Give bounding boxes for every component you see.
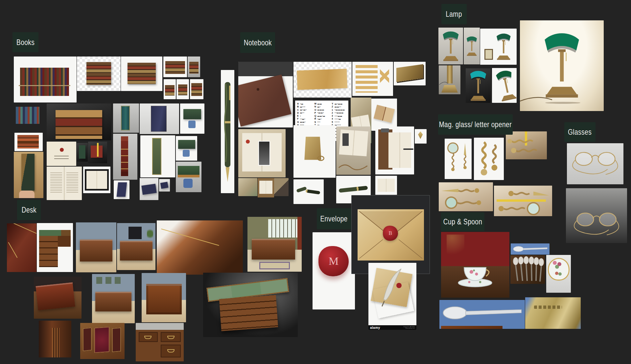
books-photo-green-book-cup[interactable]	[176, 136, 197, 161]
cupspoon-photo-floral-dish[interactable]	[546, 255, 571, 293]
lamp-photo-banker-2[interactable]	[464, 28, 480, 64]
books-photo-red-spine[interactable]	[113, 134, 137, 180]
book-graphic	[21, 154, 35, 191]
dish-graphic	[548, 258, 570, 281]
desk-photo-showroom-blue[interactable]	[92, 274, 135, 323]
book-graphic	[79, 145, 85, 159]
books-photo-navy-lying[interactable]	[140, 178, 158, 200]
notebook-photo-kraft-tape[interactable]	[293, 62, 352, 98]
tape-strips-graphic	[356, 65, 378, 92]
magglass-photo-tape-measure[interactable]	[506, 131, 547, 159]
moodboard-canvas[interactable]: Books	[0, 0, 631, 364]
notebook-photo-open-journal-cord[interactable]	[336, 126, 371, 175]
books-photo-title-page[interactable]	[47, 142, 76, 166]
books-photo-small-stacks[interactable]	[163, 57, 187, 77]
desk-photo-fireplace-room[interactable]	[117, 223, 155, 270]
notebook-photo-pen-disassembled[interactable]	[293, 179, 324, 204]
group-label-desk[interactable]: Desk	[17, 200, 41, 220]
books-photo-green-book-mug[interactable]	[180, 103, 204, 134]
desk-photo-burgundy-leather[interactable]	[7, 223, 36, 272]
books-photo-mini-stack-2[interactable]	[176, 79, 189, 99]
group-label-glasses[interactable]: Glasses	[564, 122, 596, 142]
envelope-photo-quill-letters[interactable]: alamy Image ID: 2ATJ4X6www.alamy.com	[368, 263, 416, 330]
books-photo-open-book-hands[interactable]	[47, 167, 82, 200]
desk-photo-carved-leg[interactable]	[39, 321, 71, 357]
lamp-photo-banker-frame[interactable]	[480, 29, 517, 65]
banker-lamp-graphic	[464, 28, 480, 64]
notebook-photo-journal-scrap-1[interactable]	[238, 178, 257, 196]
notebook-photo-pen-nib[interactable]	[415, 129, 427, 144]
books-photo-small-stack-grey[interactable]	[188, 57, 200, 77]
letter-opener-graphic	[460, 143, 470, 175]
cupspoon-photo-teacup[interactable]	[441, 232, 509, 298]
lamp-photo-green-angled[interactable]	[492, 68, 517, 103]
group-label-notebook[interactable]: Notebook	[240, 32, 275, 53]
glasses-photo-dark[interactable]	[566, 188, 627, 243]
cord-graphic	[338, 156, 369, 173]
magglass-photo-tape-horizontal[interactable]	[494, 186, 552, 216]
books-photo-navy-tiny[interactable]	[159, 179, 170, 192]
desk-photo-drawers-closeup[interactable]	[136, 323, 184, 361]
lamp-photo-teal[interactable]	[466, 68, 491, 103]
notebook-photo-brass-cover[interactable]	[394, 62, 426, 85]
dark-band-graphic	[238, 62, 293, 76]
notebook-photo-clipboard-journal[interactable]	[375, 126, 414, 174]
books-photo-stack-transparent[interactable]	[77, 57, 121, 91]
book-graphic	[152, 138, 161, 175]
notebook-photo-leather-cover[interactable]	[238, 62, 293, 127]
desk-photo-showroom-partner[interactable]	[76, 222, 116, 272]
books-photo-twine-row[interactable]	[14, 57, 77, 102]
books-photo-mini-stack-1[interactable]	[164, 79, 176, 99]
books-photo-green-spine[interactable]	[140, 135, 175, 177]
books-photo-red-tape[interactable]	[88, 142, 107, 163]
books-photo-green-small[interactable]	[77, 143, 88, 162]
notebook-photo-marbled-pen[interactable]	[221, 70, 234, 193]
desk-photo-writing-desk-window[interactable]	[247, 217, 302, 272]
cupspoon-photo-spoon-closeup[interactable]	[439, 300, 525, 329]
group-label-cup-spoon[interactable]: Cup & Spoon	[441, 212, 484, 231]
books-photo-navy-book[interactable]	[140, 103, 179, 134]
group-label-mag-glass[interactable]: Mag. glass/ letter opener	[438, 114, 513, 135]
magglass-photo-twisted-handles[interactable]	[474, 138, 504, 180]
group-label-books[interactable]: Books	[12, 32, 38, 52]
desk-photo-corner-closeup[interactable]	[157, 220, 243, 275]
books-photo-mini-stack-3[interactable]	[190, 79, 203, 99]
desk-photo-red-mahogany[interactable]	[34, 277, 82, 319]
books-photo-teal-spine[interactable]	[113, 103, 139, 133]
books-photo-open-book-case[interactable]	[83, 167, 110, 193]
desk-photo-back-panel[interactable]	[142, 273, 186, 322]
cupspoon-photo-six-spoons[interactable]	[510, 255, 545, 284]
notebook-photo-journal-scrap-3[interactable]	[274, 178, 289, 196]
rug-graphic	[259, 262, 290, 269]
books-photo-green-on-cup[interactable]	[176, 162, 201, 192]
cupspoon-photo-spoon-blue[interactable]	[511, 243, 549, 255]
desk-photo-burgundy-panels[interactable]	[80, 323, 125, 359]
books-photo-big-stack-dark[interactable]	[47, 103, 111, 140]
teacup-graphic	[453, 254, 497, 292]
books-photo-shelf[interactable]	[14, 103, 46, 131]
group-label-envelope[interactable]: Envelope	[317, 208, 351, 229]
desk-photo-green-top-pedestal[interactable]	[37, 223, 73, 272]
books-photo-hand-spine[interactable]	[14, 152, 43, 198]
notebook-photo-tape-strips[interactable]	[352, 62, 393, 96]
desk-photo-green-leather-hero[interactable]	[203, 273, 298, 337]
group-label-lamp[interactable]: Lamp	[441, 4, 467, 24]
books-photo-navy-small[interactable]	[114, 180, 129, 199]
magglass-photo-pair[interactable]	[445, 139, 472, 179]
books-photo-red-stack[interactable]	[14, 133, 43, 151]
book-graphic	[151, 106, 167, 131]
lamp-photo-hero[interactable]	[520, 20, 604, 111]
cupspoon-photo-hallmark[interactable]	[525, 297, 581, 329]
lamp-photo-banker-1[interactable]	[438, 28, 463, 64]
books-photo-stack-four[interactable]	[121, 57, 162, 91]
notebook-photo-travelers-clip[interactable]	[293, 125, 336, 178]
notebook-photo-einstein-journal[interactable]	[238, 129, 286, 177]
glasses-photo-light[interactable]	[567, 143, 623, 184]
notebook-photo-small-open-notebook[interactable]	[375, 176, 397, 195]
lamp-photo-brass-base[interactable]	[439, 65, 460, 94]
magglass-photo-horizontal[interactable]	[439, 182, 493, 211]
notebook-photo-tan-notebook[interactable]	[371, 99, 397, 131]
envelope-photo-parchment-seal[interactable]: B	[358, 209, 424, 261]
notebook-photo-journal-scrap-2[interactable]	[258, 178, 274, 197]
envelope-photo-wax-seal-m[interactable]: M	[313, 232, 355, 309]
